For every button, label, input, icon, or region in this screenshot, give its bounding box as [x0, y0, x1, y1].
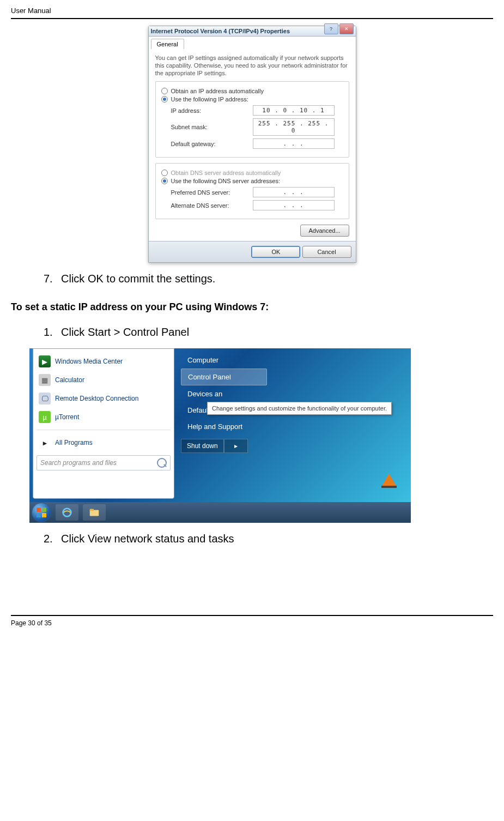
step-7: 7. Click OK to commit the settings.: [44, 273, 493, 285]
step-text: Click OK to commit the settings.: [61, 273, 215, 285]
subnet-mask-field[interactable]: 255 . 255 . 255 . 0: [253, 118, 335, 136]
opt-auto-ip[interactable]: Obtain an IP address automatically: [161, 88, 343, 94]
startmenu-item-rdc[interactable]: 🖵 Remote Desktop Connection: [35, 389, 172, 408]
startmenu-right-pane: Computer Control Panel Devices an Defaul…: [178, 348, 270, 499]
vlc-icon: [381, 474, 397, 487]
svg-rect-0: [37, 508, 41, 512]
step-number: 7.: [44, 273, 54, 285]
svg-rect-3: [42, 513, 46, 517]
taskbar-ie-icon[interactable]: [56, 504, 78, 521]
header-rule: [11, 18, 493, 19]
dialog-body-text: You can get IP settings assigned automat…: [155, 55, 349, 77]
svg-rect-2: [37, 513, 41, 517]
ip-label: IP address:: [171, 107, 253, 114]
utorrent-icon: µ: [39, 411, 51, 423]
mask-label: Subnet mask:: [171, 124, 253, 130]
arrow-right-icon: ▸: [39, 437, 51, 449]
radio-selected-icon: [161, 178, 168, 184]
close-button[interactable]: ✕: [339, 23, 354, 34]
search-icon: [157, 458, 167, 468]
opt-use-ip-label: Use the following IP address:: [171, 96, 248, 102]
shutdown-arrow-icon[interactable]: ▸: [224, 439, 248, 453]
advanced-button[interactable]: Advanced...: [300, 225, 349, 237]
rdc-icon: 🖵: [39, 393, 51, 405]
gateway-label: Default gateway:: [171, 141, 253, 147]
windows-logo-icon: [36, 507, 47, 518]
startmenu-item-wmc[interactable]: ▶ Windows Media Center: [35, 352, 172, 371]
tcpip-properties-dialog: Internet Protocol Version 4 (TCP/IPv4) P…: [148, 26, 356, 263]
wmc-icon: ▶: [39, 355, 51, 367]
shutdown-button[interactable]: Shut down ▸: [181, 439, 267, 453]
dns-group: Obtain DNS server address automatically …: [155, 163, 349, 219]
gateway-field[interactable]: . . .: [253, 138, 335, 149]
startmenu-search[interactable]: Search programs and files: [37, 455, 171, 470]
alt-dns-label: Alternate DNS server:: [171, 202, 253, 209]
opt-auto-dns: Obtain DNS server address automatically: [161, 170, 343, 176]
step-text: Click View network status and tasks: [61, 533, 234, 545]
help-button[interactable]: ?: [324, 23, 338, 34]
startmenu-r-help[interactable]: Help and Support: [181, 419, 267, 434]
ok-button[interactable]: OK: [251, 246, 300, 258]
startmenu-r-controlpanel[interactable]: Control Panel: [181, 369, 267, 385]
svg-rect-6: [90, 509, 94, 511]
page-header-title: User Manual: [11, 7, 493, 15]
footer-rule: [11, 615, 493, 616]
pref-dns-label: Preferred DNS server:: [171, 189, 253, 196]
startmenu-item-label: Calculator: [55, 376, 84, 384]
step-number: 2.: [44, 533, 54, 545]
controlpanel-tooltip: Change settings and customize the functi…: [207, 402, 392, 415]
opt-use-dns-label: Use the following DNS server addresses:: [171, 178, 281, 184]
pref-dns-field[interactable]: . . .: [253, 187, 335, 197]
startmenu-item-label: Remote Desktop Connection: [55, 395, 138, 402]
startmenu-left-pane: ▶ Windows Media Center ▦ Calculator 🖵 Re…: [33, 348, 174, 499]
step-2: 2. Click View network status and tasks: [44, 533, 493, 545]
startmenu-item-label: µTorrent: [55, 413, 79, 421]
opt-auto-ip-label: Obtain an IP address automatically: [171, 88, 264, 94]
svg-rect-1: [42, 508, 46, 512]
step-number: 1.: [44, 326, 54, 339]
cancel-button[interactable]: Cancel: [302, 246, 351, 258]
step-1: 1. Click Start > Control Panel: [44, 326, 493, 339]
shutdown-label: Shut down: [181, 439, 224, 453]
radio-icon: [161, 88, 168, 94]
startmenu-item-label: Windows Media Center: [55, 358, 123, 365]
dialog-titlebar: Internet Protocol Version 4 (TCP/IPv4) P…: [149, 26, 356, 37]
startmenu-r-computer[interactable]: Computer: [181, 352, 267, 368]
radio-selected-icon: [161, 96, 168, 102]
step-text: Click Start > Control Panel: [61, 326, 189, 339]
startmenu-item-utorrent[interactable]: µ µTorrent: [35, 408, 172, 426]
calculator-icon: ▦: [39, 374, 51, 386]
ip-group: Obtain an IP address automatically Use t…: [155, 81, 349, 158]
separator: [37, 430, 171, 430]
startmenu-r-devices[interactable]: Devices an: [181, 386, 267, 402]
opt-auto-dns-label: Obtain DNS server address automatically: [171, 170, 281, 176]
start-menu-screenshot: ▶ Windows Media Center ▦ Calculator 🖵 Re…: [29, 348, 411, 523]
taskbar: [29, 502, 411, 523]
opt-use-ip[interactable]: Use the following IP address:: [161, 96, 343, 102]
section-heading: To set a static IP address on your PC us…: [11, 301, 493, 313]
opt-use-dns[interactable]: Use the following DNS server addresses:: [161, 178, 343, 184]
search-placeholder: Search programs and files: [40, 459, 117, 467]
alt-dns-field[interactable]: . . .: [253, 200, 335, 210]
taskbar-explorer-icon[interactable]: [83, 504, 106, 521]
all-programs-label: All Programs: [55, 439, 93, 446]
startmenu-item-calculator[interactable]: ▦ Calculator: [35, 371, 172, 389]
start-orb[interactable]: [32, 503, 51, 522]
startmenu-all-programs[interactable]: ▸ All Programs: [35, 433, 172, 452]
dialog-title-text: Internet Protocol Version 4 (TCP/IPv4) P…: [151, 28, 324, 34]
tab-general[interactable]: General: [151, 39, 184, 49]
page-footer: Page 30 of 35: [11, 619, 493, 627]
radio-icon: [161, 170, 168, 176]
ip-address-field[interactable]: 10 . 0 . 10 . 1: [253, 105, 335, 116]
